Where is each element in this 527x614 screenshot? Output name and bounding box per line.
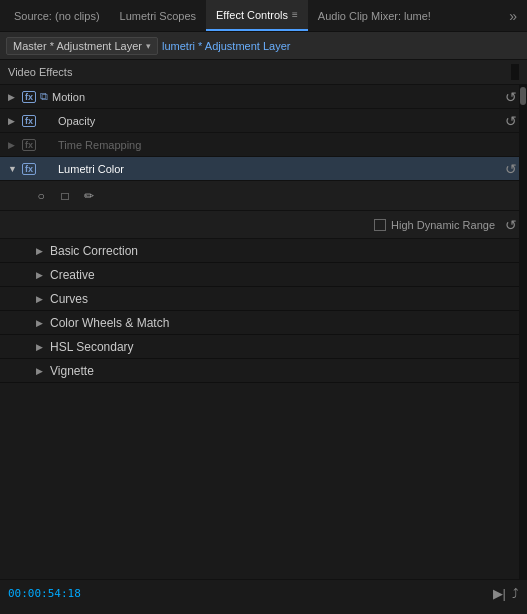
sub-effect-creative[interactable]: ▶ Creative [0,263,527,287]
export-icon[interactable]: ⤴ [512,586,519,601]
vertical-scrollbar[interactable] [519,85,527,607]
hdr-checkbox-label[interactable]: High Dynamic Range [374,219,495,231]
master-chevron: ▾ [146,41,151,51]
tab-bar: Source: (no clips) Lumetri Scopes Effect… [0,0,527,32]
tab-menu-icon[interactable]: ≡ [292,9,298,20]
reset-hdr[interactable]: ↺ [503,217,519,233]
expand-arrow-lumetri: ▼ [8,164,20,174]
effect-row-motion[interactable]: ▶ fx ⧉ Motion ↺ [0,85,527,109]
tab-effect-controls[interactable]: Effect Controls ≡ [206,0,308,31]
expand-color-wheels: ▶ [36,318,48,328]
effect-row-opacity[interactable]: ▶ fx Opacity ↺ [0,109,527,133]
effect-row-time-remapping[interactable]: ▶ fx Time Remapping [0,133,527,157]
expand-hsl-secondary: ▶ [36,342,48,352]
lumetri-icons-row: ○ □ ✏ [0,181,527,211]
effect-name-motion: Motion [52,91,503,103]
reset-lumetri[interactable]: ↺ [503,161,519,177]
expand-arrow-motion: ▶ [8,92,20,102]
effect-row-lumetri-color[interactable]: ▼ fx Lumetri Color ↺ [0,157,527,181]
effects-list: ▶ fx ⧉ Motion ↺ ▶ fx Opacity ↺ ▶ fx Time… [0,85,527,607]
expand-creative: ▶ [36,270,48,280]
hdr-row: High Dynamic Range ↺ [0,211,527,239]
fx-badge-lumetri: fx [22,163,36,175]
expand-basic-correction: ▶ [36,246,48,256]
main-content: ▶ fx ⧉ Motion ↺ ▶ fx Opacity ↺ ▶ fx Time… [0,85,527,607]
sub-effect-curves[interactable]: ▶ Curves [0,287,527,311]
footer-icons: ▶| ⤴ [493,586,519,601]
tab-source[interactable]: Source: (no clips) [4,0,110,31]
fx-badge-opacity: fx [22,115,36,127]
header-row: Master * Adjustment Layer ▾ lumetri * Ad… [0,32,527,60]
expand-vignette: ▶ [36,366,48,376]
scrollbar-thumb [520,87,526,105]
reset-motion[interactable]: ↺ [503,89,519,105]
lumetri-pen-icon[interactable]: ✏ [80,187,98,205]
effect-name-lumetri: Lumetri Color [58,163,503,175]
tab-lumetri-scopes[interactable]: Lumetri Scopes [110,0,206,31]
fx-badge-motion: fx [22,91,36,103]
expand-curves: ▶ [36,294,48,304]
tab-overflow-button[interactable]: » [503,8,523,24]
fx-badge-time-remapping: fx [22,139,36,151]
effect-name-time-remapping: Time Remapping [58,139,519,151]
lumetri-square-icon[interactable]: □ [56,187,74,205]
lumetri-link[interactable]: lumetri * Adjustment Layer [162,40,290,52]
lumetri-circle-icon[interactable]: ○ [32,187,50,205]
sub-effect-hsl-secondary[interactable]: ▶ HSL Secondary [0,335,527,359]
reset-opacity[interactable]: ↺ [503,113,519,129]
tab-audio-mixer[interactable]: Audio Clip Mixer: lume! [308,0,441,31]
timecode: 00:00:54:18 [8,587,81,600]
expand-arrow-time-remapping: ▶ [8,140,20,150]
motion-icon: ⧉ [40,90,48,103]
footer: 00:00:54:18 ▶| ⤴ [0,579,527,607]
hdr-checkbox[interactable] [374,219,386,231]
sub-effect-color-wheels[interactable]: ▶ Color Wheels & Match [0,311,527,335]
effect-name-opacity: Opacity [58,115,503,127]
expand-arrow-opacity: ▶ [8,116,20,126]
sub-effect-vignette[interactable]: ▶ Vignette [0,359,527,383]
master-dropdown[interactable]: Master * Adjustment Layer ▾ [6,37,158,55]
video-effects-label: Video Effects [0,60,527,85]
sub-effect-basic-correction[interactable]: ▶ Basic Correction [0,239,527,263]
play-to-end-icon[interactable]: ▶| [493,586,506,601]
scrollbar[interactable] [511,64,519,80]
